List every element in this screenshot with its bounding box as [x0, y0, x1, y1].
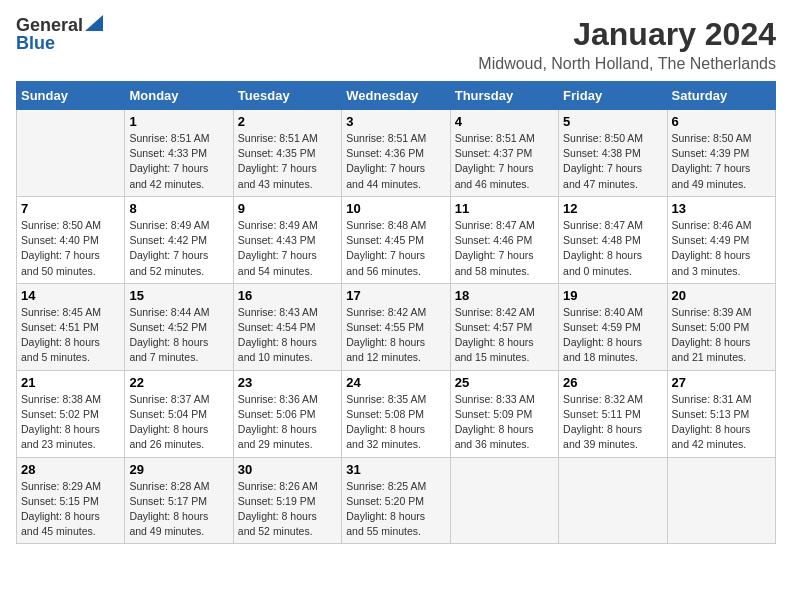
- day-number: 30: [238, 462, 337, 477]
- calendar-cell: 2Sunrise: 8:51 AMSunset: 4:35 PMDaylight…: [233, 110, 341, 197]
- calendar-cell: [559, 457, 667, 544]
- day-info: Sunrise: 8:50 AMSunset: 4:39 PMDaylight:…: [672, 131, 771, 192]
- calendar-cell: 18Sunrise: 8:42 AMSunset: 4:57 PMDayligh…: [450, 283, 558, 370]
- week-row-3: 14Sunrise: 8:45 AMSunset: 4:51 PMDayligh…: [17, 283, 776, 370]
- day-info: Sunrise: 8:32 AMSunset: 5:11 PMDaylight:…: [563, 392, 662, 453]
- calendar-cell: 7Sunrise: 8:50 AMSunset: 4:40 PMDaylight…: [17, 196, 125, 283]
- weekday-header-sunday: Sunday: [17, 82, 125, 110]
- day-number: 23: [238, 375, 337, 390]
- day-info: Sunrise: 8:42 AMSunset: 4:55 PMDaylight:…: [346, 305, 445, 366]
- weekday-header-saturday: Saturday: [667, 82, 775, 110]
- day-number: 28: [21, 462, 120, 477]
- day-info: Sunrise: 8:47 AMSunset: 4:48 PMDaylight:…: [563, 218, 662, 279]
- day-number: 20: [672, 288, 771, 303]
- day-number: 13: [672, 201, 771, 216]
- day-number: 22: [129, 375, 228, 390]
- calendar-cell: 30Sunrise: 8:26 AMSunset: 5:19 PMDayligh…: [233, 457, 341, 544]
- day-info: Sunrise: 8:51 AMSunset: 4:37 PMDaylight:…: [455, 131, 554, 192]
- day-number: 29: [129, 462, 228, 477]
- location-subtitle: Midwoud, North Holland, The Netherlands: [478, 55, 776, 73]
- weekday-header-thursday: Thursday: [450, 82, 558, 110]
- day-info: Sunrise: 8:39 AMSunset: 5:00 PMDaylight:…: [672, 305, 771, 366]
- day-number: 31: [346, 462, 445, 477]
- calendar-cell: 8Sunrise: 8:49 AMSunset: 4:42 PMDaylight…: [125, 196, 233, 283]
- day-info: Sunrise: 8:51 AMSunset: 4:35 PMDaylight:…: [238, 131, 337, 192]
- day-info: Sunrise: 8:43 AMSunset: 4:54 PMDaylight:…: [238, 305, 337, 366]
- weekday-header-friday: Friday: [559, 82, 667, 110]
- day-info: Sunrise: 8:50 AMSunset: 4:38 PMDaylight:…: [563, 131, 662, 192]
- day-number: 15: [129, 288, 228, 303]
- logo: General Blue: [16, 16, 103, 52]
- day-info: Sunrise: 8:49 AMSunset: 4:43 PMDaylight:…: [238, 218, 337, 279]
- day-info: Sunrise: 8:28 AMSunset: 5:17 PMDaylight:…: [129, 479, 228, 540]
- day-info: Sunrise: 8:25 AMSunset: 5:20 PMDaylight:…: [346, 479, 445, 540]
- day-number: 6: [672, 114, 771, 129]
- day-number: 2: [238, 114, 337, 129]
- day-number: 21: [21, 375, 120, 390]
- weekday-header-tuesday: Tuesday: [233, 82, 341, 110]
- calendar-cell: [17, 110, 125, 197]
- week-row-2: 7Sunrise: 8:50 AMSunset: 4:40 PMDaylight…: [17, 196, 776, 283]
- logo-icon: [85, 15, 103, 31]
- calendar-cell: 31Sunrise: 8:25 AMSunset: 5:20 PMDayligh…: [342, 457, 450, 544]
- svg-marker-0: [85, 15, 103, 31]
- day-number: 7: [21, 201, 120, 216]
- day-info: Sunrise: 8:47 AMSunset: 4:46 PMDaylight:…: [455, 218, 554, 279]
- day-number: 14: [21, 288, 120, 303]
- day-number: 18: [455, 288, 554, 303]
- day-number: 17: [346, 288, 445, 303]
- calendar-cell: 29Sunrise: 8:28 AMSunset: 5:17 PMDayligh…: [125, 457, 233, 544]
- day-number: 10: [346, 201, 445, 216]
- day-info: Sunrise: 8:35 AMSunset: 5:08 PMDaylight:…: [346, 392, 445, 453]
- logo-blue-text: Blue: [16, 34, 55, 52]
- calendar-cell: 14Sunrise: 8:45 AMSunset: 4:51 PMDayligh…: [17, 283, 125, 370]
- day-number: 25: [455, 375, 554, 390]
- day-info: Sunrise: 8:48 AMSunset: 4:45 PMDaylight:…: [346, 218, 445, 279]
- weekday-header-wednesday: Wednesday: [342, 82, 450, 110]
- week-row-4: 21Sunrise: 8:38 AMSunset: 5:02 PMDayligh…: [17, 370, 776, 457]
- day-info: Sunrise: 8:38 AMSunset: 5:02 PMDaylight:…: [21, 392, 120, 453]
- day-info: Sunrise: 8:49 AMSunset: 4:42 PMDaylight:…: [129, 218, 228, 279]
- day-info: Sunrise: 8:26 AMSunset: 5:19 PMDaylight:…: [238, 479, 337, 540]
- calendar-cell: 22Sunrise: 8:37 AMSunset: 5:04 PMDayligh…: [125, 370, 233, 457]
- day-info: Sunrise: 8:36 AMSunset: 5:06 PMDaylight:…: [238, 392, 337, 453]
- calendar-cell: 23Sunrise: 8:36 AMSunset: 5:06 PMDayligh…: [233, 370, 341, 457]
- day-number: 16: [238, 288, 337, 303]
- day-info: Sunrise: 8:31 AMSunset: 5:13 PMDaylight:…: [672, 392, 771, 453]
- calendar-cell: 3Sunrise: 8:51 AMSunset: 4:36 PMDaylight…: [342, 110, 450, 197]
- day-number: 3: [346, 114, 445, 129]
- calendar-cell: [667, 457, 775, 544]
- calendar-cell: 16Sunrise: 8:43 AMSunset: 4:54 PMDayligh…: [233, 283, 341, 370]
- calendar-cell: 26Sunrise: 8:32 AMSunset: 5:11 PMDayligh…: [559, 370, 667, 457]
- day-info: Sunrise: 8:29 AMSunset: 5:15 PMDaylight:…: [21, 479, 120, 540]
- day-number: 27: [672, 375, 771, 390]
- day-info: Sunrise: 8:51 AMSunset: 4:33 PMDaylight:…: [129, 131, 228, 192]
- calendar-cell: 20Sunrise: 8:39 AMSunset: 5:00 PMDayligh…: [667, 283, 775, 370]
- calendar-cell: 13Sunrise: 8:46 AMSunset: 4:49 PMDayligh…: [667, 196, 775, 283]
- day-number: 9: [238, 201, 337, 216]
- calendar-cell: 9Sunrise: 8:49 AMSunset: 4:43 PMDaylight…: [233, 196, 341, 283]
- calendar-cell: 24Sunrise: 8:35 AMSunset: 5:08 PMDayligh…: [342, 370, 450, 457]
- day-number: 4: [455, 114, 554, 129]
- logo-general-text: General: [16, 16, 83, 34]
- day-info: Sunrise: 8:44 AMSunset: 4:52 PMDaylight:…: [129, 305, 228, 366]
- calendar-cell: 11Sunrise: 8:47 AMSunset: 4:46 PMDayligh…: [450, 196, 558, 283]
- day-info: Sunrise: 8:45 AMSunset: 4:51 PMDaylight:…: [21, 305, 120, 366]
- title-area: January 2024 Midwoud, North Holland, The…: [478, 16, 776, 73]
- month-title: January 2024: [478, 16, 776, 53]
- day-number: 19: [563, 288, 662, 303]
- calendar-cell: 19Sunrise: 8:40 AMSunset: 4:59 PMDayligh…: [559, 283, 667, 370]
- calendar-cell: [450, 457, 558, 544]
- calendar-cell: 25Sunrise: 8:33 AMSunset: 5:09 PMDayligh…: [450, 370, 558, 457]
- day-info: Sunrise: 8:37 AMSunset: 5:04 PMDaylight:…: [129, 392, 228, 453]
- weekday-header-monday: Monday: [125, 82, 233, 110]
- day-info: Sunrise: 8:51 AMSunset: 4:36 PMDaylight:…: [346, 131, 445, 192]
- day-info: Sunrise: 8:46 AMSunset: 4:49 PMDaylight:…: [672, 218, 771, 279]
- day-number: 12: [563, 201, 662, 216]
- header: General Blue January 2024 Midwoud, North…: [16, 16, 776, 73]
- calendar-cell: 28Sunrise: 8:29 AMSunset: 5:15 PMDayligh…: [17, 457, 125, 544]
- calendar-cell: 6Sunrise: 8:50 AMSunset: 4:39 PMDaylight…: [667, 110, 775, 197]
- calendar-cell: 15Sunrise: 8:44 AMSunset: 4:52 PMDayligh…: [125, 283, 233, 370]
- week-row-5: 28Sunrise: 8:29 AMSunset: 5:15 PMDayligh…: [17, 457, 776, 544]
- calendar-table: SundayMondayTuesdayWednesdayThursdayFrid…: [16, 81, 776, 544]
